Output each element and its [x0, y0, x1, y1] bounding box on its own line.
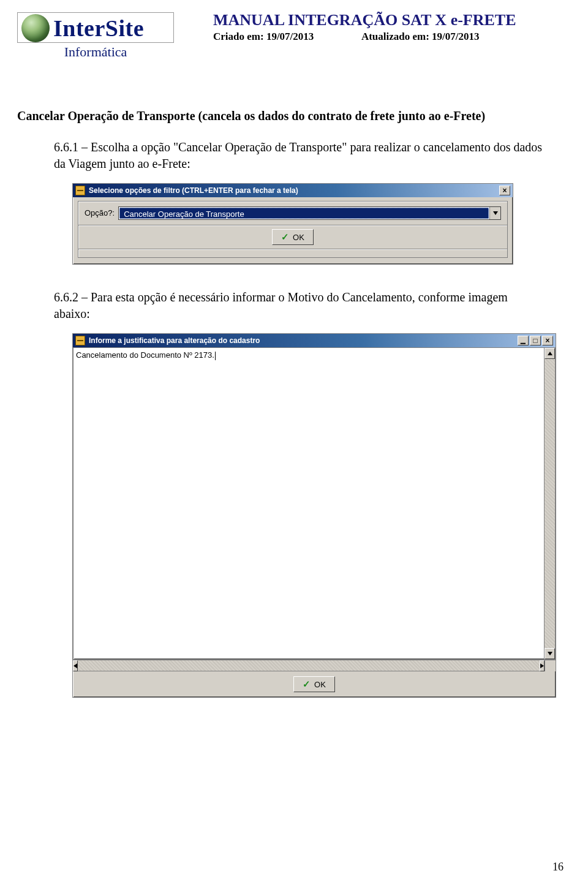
created-label: Criado em:: [213, 31, 264, 42]
check-icon: ✓: [281, 232, 289, 243]
opcao-combobox[interactable]: Cancelar Operação de Transporte: [118, 206, 501, 220]
truck-icon: [75, 186, 85, 195]
text-caret: [215, 352, 216, 360]
close-icon[interactable]: ×: [542, 336, 553, 345]
ok-button[interactable]: ✓ OK: [272, 229, 314, 245]
brand-name: InterSite: [53, 17, 144, 40]
section-heading: Cancelar Operação de Transporte (cancela…: [17, 108, 571, 124]
scroll-right-icon[interactable]: [540, 660, 545, 671]
doc-dates: Criado em: 19/07/2013 Atualizado em: 19/…: [213, 31, 571, 43]
scroll-left-icon[interactable]: [73, 660, 78, 671]
dialog-justification-title: Informe a justificativa para alteração d…: [89, 336, 516, 345]
page-number: 16: [552, 861, 564, 874]
check-icon: ✓: [303, 679, 311, 690]
dialog-filter-body: Opção?: Cancelar Operação de Transporte …: [73, 197, 513, 264]
updated-value: 19/07/2013: [432, 31, 479, 42]
paragraph-661: 6.6.1 – Escolha a opção "Cancelar Operaç…: [54, 139, 546, 172]
vertical-scrollbar[interactable]: [544, 348, 555, 659]
ok-button[interactable]: ✓ OK: [293, 676, 335, 692]
ok-button-label: OK: [314, 680, 326, 689]
scroll-track[interactable]: [545, 359, 555, 648]
field-group-opcao: Opção?: Cancelar Operação de Transporte: [78, 201, 508, 225]
brand-subtitle: Informática: [17, 44, 174, 60]
dialog-filter-title: Selecione opções de filtro (CTRL+ENTER p…: [89, 186, 498, 195]
dialog-filter-footer-strip: [78, 249, 508, 258]
dialog-justification-titlebar: Informe a justificativa para alteração d…: [73, 334, 556, 347]
ok-button-label: OK: [293, 233, 304, 242]
chevron-down-icon[interactable]: [489, 207, 500, 219]
updated-label: Atualizado em:: [361, 31, 429, 42]
dialog-justification: Informe a justificativa para alteração d…: [72, 333, 556, 698]
company-logo: InterSite: [17, 12, 174, 43]
paragraph-662: 6.6.2 – Para esta opção é necessário inf…: [54, 289, 546, 322]
scroll-down-icon[interactable]: [545, 648, 555, 659]
justification-textarea-wrap: Cancelamento do Documento Nº 2173.: [73, 347, 556, 660]
dialog-filter-titlebar: Selecione opções de filtro (CTRL+ENTER p…: [73, 184, 513, 197]
svg-marker-1: [548, 352, 552, 355]
scroll-track-h[interactable]: [78, 660, 540, 671]
dialog-justification-button-row: ✓ OK: [73, 671, 556, 697]
maximize-icon[interactable]: □: [530, 336, 541, 345]
justification-text: Cancelamento do Documento Nº 2173.: [76, 350, 214, 360]
body-content: Cancelar Operação de Transporte (cancela…: [17, 108, 571, 698]
dialog-filter-button-row: ✓ OK: [78, 225, 508, 249]
scroll-up-icon[interactable]: [545, 348, 555, 359]
globe-icon: [21, 14, 50, 42]
scroll-corner: [545, 660, 556, 671]
doc-title-block: MANUAL INTEGRAÇÃO SAT X e-FRETE Criado e…: [201, 11, 571, 43]
minimize-icon[interactable]: ▁: [518, 336, 529, 345]
doc-title: MANUAL INTEGRAÇÃO SAT X e-FRETE: [213, 11, 571, 29]
opcao-combobox-value: Cancelar Operação de Transporte: [119, 208, 489, 219]
page-header: InterSite Informática MANUAL INTEGRAÇÃO …: [17, 11, 571, 60]
justification-textarea[interactable]: Cancelamento do Documento Nº 2173.: [74, 348, 544, 659]
truck-icon: [75, 336, 85, 345]
close-icon[interactable]: ×: [499, 186, 510, 195]
svg-marker-4: [540, 663, 544, 668]
svg-marker-2: [548, 652, 552, 655]
created-value: 19/07/2013: [266, 31, 314, 42]
dialog-filter: Selecione opções de filtro (CTRL+ENTER p…: [72, 183, 513, 265]
svg-marker-0: [493, 211, 498, 215]
horizontal-scrollbar[interactable]: [73, 660, 556, 671]
svg-marker-3: [74, 663, 77, 668]
logo-container: InterSite Informática: [17, 12, 201, 60]
dialog-justification-body: Cancelamento do Documento Nº 2173.: [73, 347, 556, 697]
document-page: InterSite Informática MANUAL INTEGRAÇÃO …: [0, 0, 588, 887]
field-label-opcao: Opção?:: [85, 208, 115, 219]
